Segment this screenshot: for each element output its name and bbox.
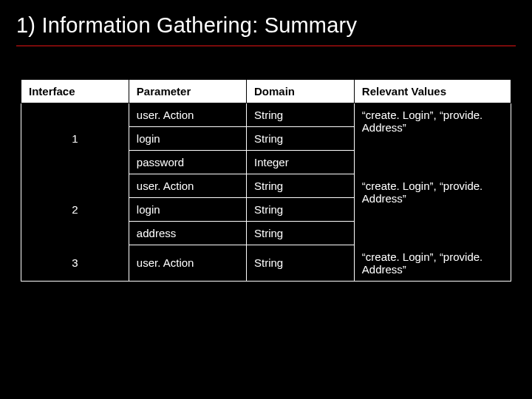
cell-domain: Integer — [246, 151, 354, 174]
cell-relevant-values: “create. Login”, “provide. Address” — [354, 174, 511, 245]
table-row: 1user. ActionString“create. Login”, “pro… — [21, 103, 511, 127]
cell-domain: String — [246, 198, 354, 222]
cell-parameter: login — [129, 198, 246, 222]
cell-domain: String — [246, 222, 354, 245]
cell-parameter: password — [129, 151, 246, 174]
cell-domain: String — [246, 127, 354, 151]
cell-interface: 1 — [21, 103, 129, 174]
cell-parameter: address — [129, 222, 246, 245]
cell-relevant-values: “create. Login”, “provide. Address” — [354, 245, 511, 282]
slide-title: 1) Information Gathering: Summary — [16, 13, 516, 47]
cell-interface: 3 — [21, 245, 129, 282]
cell-domain: String — [246, 174, 354, 198]
col-interface: Interface — [21, 80, 129, 103]
cell-parameter: user. Action — [129, 174, 246, 198]
cell-domain: String — [246, 103, 354, 127]
col-parameter: Parameter — [129, 80, 246, 103]
table-container: Interface Parameter Domain Relevant Valu… — [16, 79, 516, 282]
cell-domain: String — [246, 245, 354, 282]
cell-parameter: user. Action — [129, 245, 246, 282]
table-row: 2user. ActionString“create. Login”, “pro… — [21, 174, 511, 198]
cell-parameter: user. Action — [129, 103, 246, 127]
cell-interface: 2 — [21, 174, 129, 245]
summary-table: Interface Parameter Domain Relevant Valu… — [21, 79, 511, 282]
table-header-row: Interface Parameter Domain Relevant Valu… — [21, 80, 511, 103]
col-domain: Domain — [246, 80, 354, 103]
table-row: 3user. ActionString“create. Login”, “pro… — [21, 245, 511, 282]
cell-relevant-values: “create. Login”, “provide. Address” — [354, 103, 511, 174]
cell-parameter: login — [129, 127, 246, 151]
col-relevant: Relevant Values — [354, 80, 511, 103]
